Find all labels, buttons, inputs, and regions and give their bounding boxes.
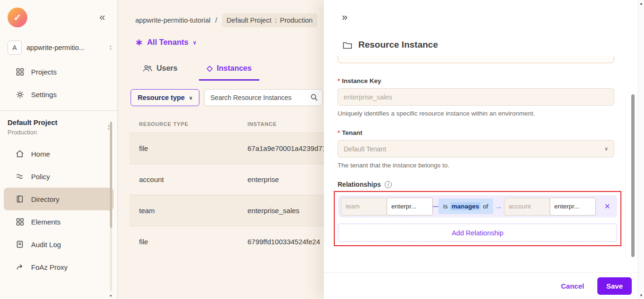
sidebar-item-label: Policy [31, 173, 50, 181]
clipped-field-above[interactable] [338, 56, 614, 63]
add-relationship-button[interactable]: Add Relationship [338, 224, 617, 242]
sidebar-item-home[interactable]: Home [4, 142, 114, 165]
relationship-object-type-input[interactable] [504, 198, 550, 216]
app-root: ✓ « A appwrite-permitio... ∧∨ Projects S… [0, 0, 644, 299]
sidebar-item-directory[interactable]: Directory [4, 188, 114, 210]
required-asterisk: * [338, 129, 340, 136]
tenant-label: * Tenant [338, 129, 614, 136]
elements-grid-icon [15, 218, 25, 226]
cell-resource-type: file [130, 238, 248, 246]
sidebar-item-elements[interactable]: Elements [4, 210, 114, 233]
breadcrumb-project: Default Project [227, 17, 272, 24]
permit-logo: ✓ [8, 8, 27, 27]
cell-resource-type: team [130, 207, 248, 215]
page-scrollbar[interactable]: ▲ ▼ [638, 0, 644, 299]
breadcrumb-separator: / [215, 17, 217, 24]
panel-scrollbar-thumb[interactable] [631, 94, 635, 257]
column-header-resource-type: RESOURCE TYPE [130, 121, 248, 127]
workspace-name: appwrite-permitio... [26, 44, 105, 51]
instance-key-help: Uniquely identifies a specific resource … [338, 110, 614, 117]
tab-instances[interactable]: ◇ Instances [199, 64, 259, 81]
sidebar-item-label: FoAz Proxy [31, 263, 68, 271]
relationships-highlight-box: is manages of → × Add Relationship [334, 191, 621, 246]
expand-panel-icon[interactable]: » [342, 12, 347, 23]
scroll-up-icon[interactable]: ▲ [639, 1, 643, 6]
directory-book-icon [15, 195, 25, 203]
relationship-object-input[interactable] [550, 198, 596, 216]
required-asterisk: * [338, 77, 340, 84]
sidebar-item-label: Settings [31, 91, 57, 99]
relation-prefix: is [443, 203, 448, 210]
search-icon [310, 93, 318, 101]
tenant-asterisk-icon: ∗ [135, 37, 143, 48]
projects-grid-icon [15, 68, 25, 76]
cell-resource-type: account [130, 175, 248, 183]
sidebar-item-settings[interactable]: Settings [4, 83, 114, 106]
resource-type-dropdown[interactable]: Resource type ∨ [131, 89, 199, 106]
panel-form: * Instance Key Uniquely identifies a spe… [324, 56, 644, 272]
relationship-connector-line [433, 206, 438, 207]
relationships-label-row: Relationships i [338, 181, 614, 188]
remove-relationship-button[interactable]: × [600, 201, 614, 212]
sidebar-item-projects[interactable]: Projects [4, 60, 114, 83]
project-environment: Production [8, 129, 107, 136]
sidebar-nav-top: Projects Settings [0, 58, 117, 108]
instance-key-label: * Instance Key [338, 77, 614, 84]
sidebar-item-label: Projects [31, 68, 57, 76]
workspace-selector[interactable]: A appwrite-permitio... ∧∨ [8, 41, 112, 55]
tenant-help: The tenant that the instance belongs to. [338, 162, 614, 169]
info-icon[interactable]: i [385, 181, 392, 188]
sidebar-scroll-down-icon[interactable]: ▼ [109, 294, 113, 298]
search-input[interactable] [204, 89, 323, 106]
breadcrumb-environment: Production [280, 17, 313, 24]
foaz-proxy-arrow-icon [15, 263, 25, 271]
relationship-subject-input[interactable] [387, 198, 433, 216]
sidebar: ✓ « A appwrite-permitio... ∧∨ Projects S… [0, 0, 118, 299]
tab-users[interactable]: Users [135, 64, 185, 81]
relationship-relation-badge[interactable]: is manages of [438, 199, 493, 214]
sidebar-item-policy[interactable]: Policy [4, 165, 114, 188]
tenant-select[interactable]: Default Tenant ∨ [338, 140, 614, 158]
policy-waves-icon [15, 173, 25, 180]
sidebar-scrollbar[interactable] [110, 122, 112, 291]
save-button[interactable]: Save [597, 277, 632, 295]
scroll-down-icon[interactable]: ▼ [639, 293, 643, 298]
instance-key-input[interactable] [338, 88, 614, 106]
sidebar-nav-main: Home Policy Directory Elements [0, 140, 117, 281]
tenant-filter-label: All Tenants [147, 38, 189, 47]
tab-label: Users [157, 64, 177, 73]
tab-label: Instances [217, 64, 252, 73]
workspace-sort-icon: ∧∨ [109, 45, 112, 50]
project-selector[interactable]: Default Project Production ∧∨ [0, 111, 117, 140]
workspace-avatar: A [8, 41, 22, 55]
relation-suffix: of [483, 203, 488, 210]
chevron-down-icon: ∨ [189, 95, 192, 100]
audit-log-document-icon [15, 241, 25, 248]
users-icon [143, 65, 152, 72]
cell-resource-type: file [130, 144, 248, 152]
relationship-row: is manages of → × [338, 195, 617, 217]
sidebar-item-label: Elements [31, 218, 61, 226]
resource-type-label: Resource type [138, 94, 185, 101]
breadcrumb-colon: : [275, 17, 277, 24]
chevron-down-icon: ∨ [193, 40, 197, 46]
resource-instance-panel: » Resource Instance * Instance Key Uniqu… [324, 0, 644, 299]
cancel-button[interactable]: Cancel [561, 282, 584, 290]
chevron-down-icon: ∨ [604, 146, 608, 152]
panel-title: Resource Instance [358, 40, 438, 50]
relationship-arrow-icon: → [495, 202, 503, 211]
panel-footer: Cancel Save [324, 272, 644, 299]
tenant-select-value: Default Tenant [344, 145, 386, 153]
folder-icon [343, 41, 352, 49]
gear-icon [15, 91, 25, 99]
sidebar-item-audit-log[interactable]: Audit Log [4, 233, 114, 256]
project-name: Default Project [8, 118, 107, 126]
sidebar-item-foaz-proxy[interactable]: FoAz Proxy [4, 256, 114, 278]
relation-name: manages [450, 202, 481, 210]
relationship-subject-type-input[interactable] [341, 198, 387, 216]
diamond-icon: ◇ [206, 64, 212, 73]
home-icon [15, 150, 25, 158]
breadcrumb-workspace[interactable]: appwrite-permitio-tutorial [135, 17, 211, 24]
breadcrumb-project-pill[interactable]: Default Project : Production [222, 13, 317, 27]
collapse-sidebar-icon[interactable]: « [99, 8, 105, 27]
